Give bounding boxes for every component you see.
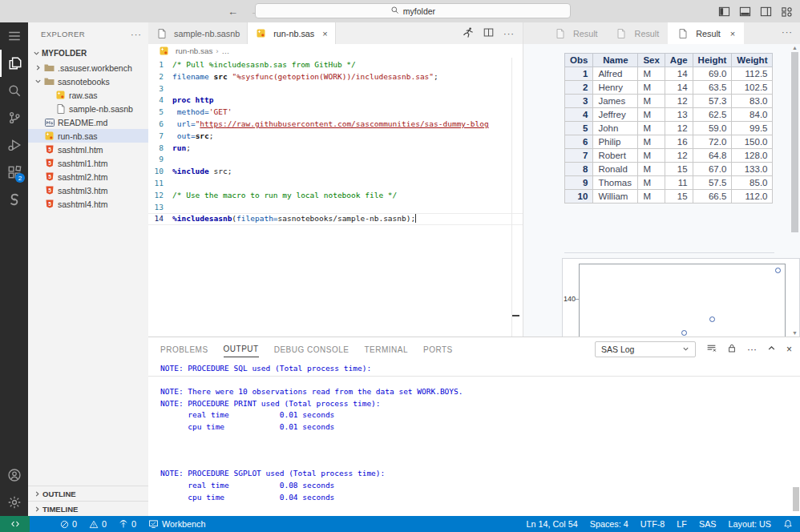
results-scrollbar[interactable]: ▲ ▼ — [791, 44, 798, 337]
panel-tab-terminal[interactable]: TERMINAL — [364, 341, 408, 357]
code-line-7[interactable]: 7 out=src; — [148, 131, 523, 143]
close-tab-icon[interactable]: × — [322, 29, 327, 38]
status-ln-14-col-54[interactable]: Ln 14, Col 54 — [527, 519, 578, 529]
table-row: 5JohnM1259.099.5 — [565, 122, 773, 135]
close-tab-icon[interactable]: × — [730, 29, 735, 38]
code-line-8[interactable]: 8run; — [148, 143, 523, 155]
breadcrumb[interactable]: run-nb.sas › … — [148, 44, 523, 58]
status-spaces-4[interactable]: Spaces: 4 — [590, 519, 628, 529]
run-sas-file-icon[interactable] — [463, 26, 474, 40]
scrollbar-thumb[interactable] — [791, 52, 798, 232]
clear-output-icon[interactable] — [706, 343, 717, 355]
tree-folder-sasnotebooks[interactable]: sasnotebooks — [28, 75, 148, 88]
toggle-secondary-sidebar-icon[interactable] — [760, 6, 772, 18]
error-icon — [60, 520, 69, 529]
command-center-search[interactable]: myfolder — [255, 3, 571, 18]
code-line-5[interactable]: 5 method='GET' — [148, 107, 523, 119]
close-panel-icon[interactable]: × — [786, 345, 792, 354]
code-text: %include src; — [172, 166, 232, 178]
output-channel-select[interactable]: SAS Log — [595, 341, 696, 357]
explorer-icon[interactable] — [0, 50, 28, 77]
tree-file-readme-md[interactable]: README.md — [28, 115, 148, 129]
maximize-panel-icon[interactable] — [767, 344, 776, 354]
code-editor[interactable]: 1/* Pull %includesasnb.sas from GitHub *… — [148, 58, 523, 337]
result-tab-2[interactable]: Result — [607, 22, 669, 44]
source-control-icon[interactable] — [0, 104, 28, 131]
code-line-9[interactable]: 9 — [148, 154, 523, 166]
section-timeline[interactable]: TIMELINE — [28, 501, 148, 516]
scroll-up-icon[interactable]: ▲ — [792, 45, 798, 50]
editor-scrollbar[interactable] — [511, 58, 512, 337]
panel-tab-debug-console[interactable]: DEBUG CONSOLE — [274, 341, 349, 357]
log-scrollbar-thumb[interactable] — [793, 487, 799, 511]
tree-folder--sasuser-workbench[interactable]: .sasuser.workbench — [28, 61, 148, 75]
status-utf-8[interactable]: UTF-8 — [640, 519, 665, 529]
toggle-panel-icon[interactable] — [739, 6, 751, 18]
tree-file-run-nb-sas[interactable]: run-nb.sas — [28, 129, 148, 143]
table-cell: M — [638, 190, 665, 204]
status-lf[interactable]: LF — [677, 519, 687, 529]
status-sas[interactable]: SAS — [699, 519, 717, 529]
menu-icon[interactable] — [0, 22, 28, 50]
lock-icon[interactable] — [727, 343, 737, 355]
panel-tab-problems[interactable]: PROBLEMS — [160, 341, 208, 357]
status-layout-us[interactable]: Layout: US — [729, 519, 771, 529]
status-workbench[interactable]: Workbench — [148, 519, 205, 529]
nav-back-icon[interactable]: ← — [228, 6, 238, 18]
editor-tab-sample-nb-sasnb[interactable]: sample-nb.sasnb — [148, 22, 248, 44]
settings-gear-icon[interactable] — [0, 489, 28, 516]
editor-more-icon[interactable]: ··· — [503, 29, 515, 38]
search-icon[interactable] — [0, 77, 28, 104]
toggle-sidebar-icon[interactable] — [718, 6, 730, 18]
customize-layout-icon[interactable] — [781, 6, 793, 18]
section-outline[interactable]: OUTLINE — [28, 486, 148, 501]
tree-file-sashtml2-htm[interactable]: 5sashtml2.htm — [28, 170, 148, 183]
table-cell: M — [638, 135, 665, 149]
status-error[interactable]: 0 — [60, 519, 77, 529]
sas-log-output[interactable]: NOTE: PROCEDURE SQL used (Total process … — [148, 361, 800, 516]
extensions-icon[interactable]: 2 — [0, 159, 28, 186]
status-warning[interactable]: 0 — [89, 519, 107, 529]
panel-more-icon[interactable]: ··· — [747, 345, 757, 354]
explorer-more-icon[interactable]: ··· — [131, 30, 142, 39]
panel-tab-ports[interactable]: PORTS — [423, 341, 453, 357]
code-line-6[interactable]: 6 url="https://raw.githubusercontent.com… — [148, 119, 523, 131]
code-line-12[interactable]: 12/* Use the macro to run my local noteb… — [148, 190, 523, 202]
code-line-4[interactable]: 4proc http — [148, 95, 523, 107]
editor-group: sample-nb.sasnbrun-nb.sas×··· run-nb.sas… — [148, 22, 523, 337]
result-tabs-more-icon[interactable]: ··· — [782, 27, 793, 37]
run-debug-icon[interactable] — [0, 131, 28, 159]
scroll-down-icon[interactable]: ▼ — [792, 330, 798, 336]
tree-file-sashtml3-htm[interactable]: 5sashtml3.htm — [28, 183, 148, 197]
table-cell: 66.5 — [693, 190, 732, 204]
code-line-10[interactable]: 10%include src; — [148, 166, 523, 178]
code-line-11[interactable]: 11 — [148, 178, 523, 190]
tree-folder-myfolder[interactable]: MYFOLDER — [28, 46, 148, 61]
panel-tab-output[interactable]: OUTPUT — [224, 341, 259, 357]
tree-file-sashtml-htm[interactable]: 5sashtml.htm — [28, 143, 148, 156]
tree-file-sashtml1-htm[interactable]: 5sashtml1.htm — [28, 156, 148, 170]
code-line-2[interactable]: 2filename src "%sysfunc(getoption(WORK))… — [148, 71, 523, 83]
code-line-14[interactable]: 14%includesasnb(filepath=sasnotebooks/sa… — [148, 213, 523, 225]
remote-indicator[interactable] — [0, 516, 30, 532]
table-cell: M — [638, 81, 665, 95]
editor-tab-run-nb-sas[interactable]: run-nb.sas× — [248, 22, 335, 44]
chevron-right-icon[interactable] — [33, 64, 43, 71]
result-tab-3[interactable]: Result× — [668, 22, 744, 44]
account-icon[interactable] — [0, 461, 28, 489]
sas-extension-icon[interactable] — [0, 186, 28, 213]
chevron-down-icon[interactable] — [33, 78, 43, 85]
code-line-13[interactable]: 13 — [148, 202, 523, 214]
result-tab-1[interactable]: Result — [545, 22, 607, 44]
log-line: real time 0.08 seconds — [160, 480, 800, 492]
split-editor-icon[interactable] — [483, 27, 494, 40]
code-line-1[interactable]: 1/* Pull %includesasnb.sas from GitHub *… — [148, 59, 523, 71]
status-broadcast[interactable]: 0 — [119, 519, 136, 529]
tree-file-raw-sas[interactable]: raw.sas — [28, 88, 148, 102]
chevron-down-icon[interactable] — [31, 50, 42, 57]
tree-file-sample-nb-sasnb[interactable]: sample-nb.sasnb — [28, 102, 148, 115]
line-number: 11 — [148, 178, 172, 190]
code-line-3[interactable]: 3 — [148, 83, 523, 95]
status-bell[interactable] — [783, 519, 793, 529]
tree-file-sashtml4-htm[interactable]: 5sashtml4.htm — [28, 197, 148, 211]
